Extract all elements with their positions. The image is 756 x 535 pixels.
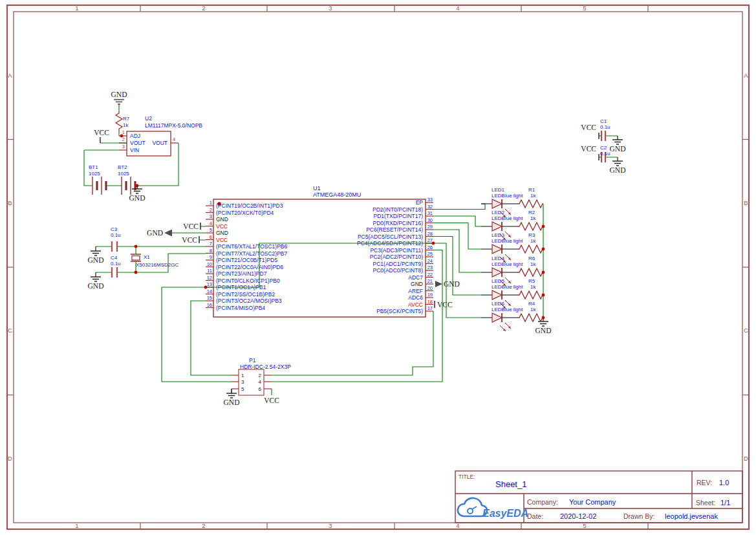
bt2-value-label[interactable]: 1025: [118, 171, 129, 177]
gnd-symbol[interactable]: GND: [88, 272, 104, 290]
resistor-zigzag[interactable]: [517, 268, 543, 276]
vcc-flag-u1-pin6[interactable]: VCC: [182, 236, 199, 244]
component-r7[interactable]: R7 1k: [116, 111, 130, 131]
led-channel-LED5[interactable]: LED5LEDBlue lightR51k: [481, 278, 545, 309]
gnd-symbol[interactable]: GND: [610, 136, 626, 153]
battery-bt2[interactable]: [122, 177, 135, 195]
bt1-ref-label[interactable]: BT1: [89, 164, 98, 170]
capacitor-c3[interactable]: [112, 241, 117, 252]
led-channel-LED3[interactable]: LED3LEDBlue lightR31k: [481, 232, 545, 263]
led-ref-label[interactable]: LED1: [491, 187, 505, 193]
led-triangle-icon[interactable]: [492, 199, 502, 208]
resistor-zigzag[interactable]: [517, 223, 543, 230]
vcc-flag-u1-pin4[interactable]: VCC: [183, 223, 200, 230]
c2-value-label[interactable]: 0.1u: [600, 151, 610, 157]
gnd-symbol[interactable]: GND: [224, 389, 240, 406]
r7-ref-label[interactable]: R7: [123, 116, 130, 122]
resistor-ref-label[interactable]: R6: [528, 256, 535, 261]
u2-ref-label[interactable]: U2: [145, 115, 152, 122]
bt2-ref-label[interactable]: BT2: [118, 164, 127, 170]
wire-pd2-led1[interactable]: [433, 204, 485, 210]
gnd-symbol[interactable]: GND: [535, 318, 552, 334]
gnd-symbol[interactable]: GND: [88, 246, 104, 264]
sheet-value[interactable]: 1/1: [720, 499, 730, 507]
c3-ref-label[interactable]: C3: [111, 226, 118, 232]
led-triangle-icon[interactable]: [492, 222, 502, 231]
resistor-value-label[interactable]: 1k: [530, 307, 536, 312]
vcc-flag-c2[interactable]: VCC: [581, 145, 599, 160]
date-value[interactable]: 2020-12-02: [560, 512, 596, 520]
vcc-flag-p1[interactable]: VCC: [264, 397, 279, 404]
led-ref-label[interactable]: LED4: [491, 256, 505, 261]
led-ref-label[interactable]: LED5: [491, 278, 505, 284]
led-desc-label[interactable]: LEDBlue light: [491, 215, 523, 221]
resistor-ref-label[interactable]: R1: [528, 187, 535, 193]
wire-pd1-led2[interactable]: [433, 216, 481, 226]
led-channel-LED2[interactable]: LED2LEDBlue lightR21k: [481, 210, 545, 240]
led-triangle-icon[interactable]: [492, 313, 502, 322]
led-ref-label[interactable]: LED6: [491, 301, 505, 307]
led-desc-label[interactable]: LEDBlue light: [491, 284, 523, 290]
c3-value-label[interactable]: 0.1u: [111, 232, 121, 238]
resistor-value-label[interactable]: 1k: [530, 215, 536, 221]
vcc-flag-u2[interactable]: VCC: [94, 129, 109, 143]
x1-part-label[interactable]: X503216MSD2GC: [136, 262, 178, 268]
led-ref-label[interactable]: LED2: [491, 210, 505, 215]
x1-ref-label[interactable]: X1: [144, 254, 150, 260]
c1-ref-label[interactable]: C1: [600, 118, 607, 124]
led-desc-label[interactable]: LEDBlue light: [491, 261, 523, 267]
resistor-zigzag[interactable]: [517, 314, 543, 322]
u1-ref-label[interactable]: U1: [313, 185, 321, 191]
led-channel-LED4[interactable]: LED4LEDBlue lightR61k: [481, 256, 545, 286]
p1-part-label[interactable]: HDR-IDC-2.54-2X3P: [240, 364, 291, 370]
resistor-zigzag[interactable]: [517, 200, 543, 208]
sheet-title[interactable]: Sheet_1: [495, 479, 526, 489]
r7-zigzag[interactable]: [116, 111, 122, 131]
p1-ref-label[interactable]: P1: [249, 357, 256, 364]
component-u1-atmega48[interactable]: U1 ATMEGA48-20MU 1(PCINT19/OC2B/INT1)PD3…: [206, 185, 433, 317]
gnd-flag-u1-pin21[interactable]: GND: [435, 280, 460, 288]
vcc-flag-c1[interactable]: VCC: [581, 124, 599, 139]
c4-value-label[interactable]: 0.1u: [111, 261, 121, 267]
led-triangle-icon[interactable]: [492, 268, 502, 277]
capacitor-c4[interactable]: [112, 267, 117, 278]
u2-part-label[interactable]: LM1117MPX-5.0/NOPB: [145, 122, 202, 129]
component-u2-lm1117[interactable]: U2 LM1117MPX-5.0/NOPB 1 2 3 4 ADJ VOUT V…: [119, 115, 202, 156]
resistor-ref-label[interactable]: R4: [528, 301, 535, 307]
resistor-value-label[interactable]: 1k: [530, 261, 536, 267]
schematic-canvas[interactable]: 1 2 3 4 5 1 2 3 4 5 A B C D A B C D U1 A…: [0, 0, 756, 535]
x1-body[interactable]: [132, 256, 140, 261]
company-value[interactable]: Your Company: [569, 498, 616, 506]
resistor-ref-label[interactable]: R5: [528, 278, 535, 284]
led-array[interactable]: LED1LEDBlue lightR11kLED2LEDBlue lightR2…: [481, 187, 545, 331]
vcc-flag-u1-pin18[interactable]: VCC: [435, 301, 453, 309]
led-desc-label[interactable]: LEDBlue light: [491, 238, 523, 244]
r7-value-label[interactable]: 1k: [123, 122, 129, 128]
resistor-ref-label[interactable]: R3: [528, 232, 535, 238]
c2-ref-label[interactable]: C2: [600, 145, 607, 151]
wire-pd0-led3[interactable]: [433, 223, 481, 250]
led-ref-label[interactable]: LED3: [491, 232, 505, 238]
component-p1-header[interactable]: P1 HDR-IDC-2.54-2X3P 1 2 3 4 5 6: [232, 357, 291, 395]
led-triangle-icon[interactable]: [492, 245, 502, 254]
resistor-zigzag[interactable]: [517, 245, 543, 253]
wire-pc6-led4[interactable]: [433, 230, 481, 272]
resistor-value-label[interactable]: 1k: [530, 193, 536, 199]
gnd-flag-r7[interactable]: GND: [111, 91, 127, 104]
resistor-zigzag[interactable]: [517, 291, 543, 299]
resistor-ref-label[interactable]: R2: [528, 210, 535, 215]
gnd-symbol[interactable]: GND: [129, 186, 146, 202]
u1-part-label[interactable]: ATMEGA48-20MU: [313, 191, 361, 198]
bt1-value-label[interactable]: 1025: [89, 171, 100, 177]
battery-bt1[interactable]: [92, 177, 106, 195]
gnd-symbol[interactable]: GND: [610, 157, 626, 174]
drawn-by-value[interactable]: leopold.jevsenak: [665, 512, 718, 520]
c4-ref-label[interactable]: C4: [111, 255, 118, 261]
c1-value-label[interactable]: 0.1u: [600, 124, 610, 130]
gnd-flag-u1-pin5[interactable]: GND: [147, 229, 172, 237]
resistor-value-label[interactable]: 1k: [530, 284, 536, 290]
led-desc-label[interactable]: LEDBlue light: [491, 193, 523, 199]
resistor-value-label[interactable]: 1k: [530, 238, 536, 244]
wire-sck-to-p1[interactable]: [272, 311, 433, 375]
component-x1-crystal[interactable]: X1 X503216MSD2GC: [131, 254, 178, 268]
